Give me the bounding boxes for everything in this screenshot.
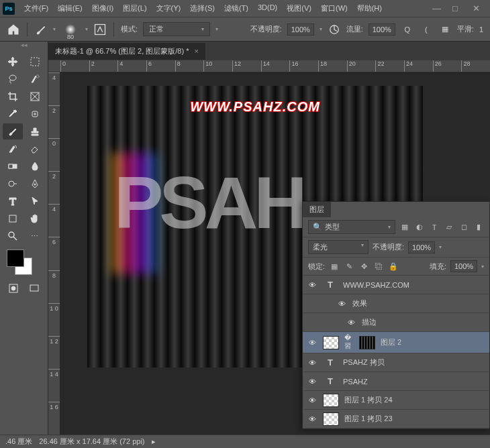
filter-type-icon[interactable]: T <box>429 222 440 233</box>
layer-thumbnail[interactable] <box>323 394 339 407</box>
filter-pixel-icon[interactable]: ▦ <box>399 222 410 233</box>
smoothing-value[interactable]: 1 <box>479 25 483 34</box>
lock-all-icon[interactable]: 🔒 <box>388 261 399 272</box>
status-dimensions[interactable]: 26.46 厘米 x 17.64 厘米 (72 ppi) <box>39 437 144 447</box>
layers-panel[interactable]: 图层 🔍 类型 ▾ ▦ ◐ T ▱ ◻ ▮ 柔光▾ 不透明度: 100% ▾ 锁… <box>302 201 490 429</box>
marquee-tool[interactable] <box>25 54 45 70</box>
brush-tool-icon[interactable] <box>34 23 48 36</box>
menu-type[interactable]: 文字(Y) <box>152 1 185 15</box>
brush-size-dropdown[interactable]: ▾ <box>85 26 88 32</box>
pressure-opacity-icon[interactable] <box>328 23 341 36</box>
airbrush-icon[interactable]: Q <box>401 23 414 36</box>
opacity-dd[interactable]: ▾ <box>439 244 442 250</box>
lock-position-icon[interactable]: ✥ <box>358 261 369 272</box>
layers-panel-tab[interactable]: 图层 <box>303 202 331 217</box>
brush-tool[interactable] <box>3 123 23 139</box>
brush-preview[interactable]: 80 <box>61 20 80 39</box>
layer-thumbnail[interactable] <box>323 336 339 349</box>
filter-shape-icon[interactable]: ▱ <box>444 222 454 233</box>
status-zoom[interactable]: .46 厘米 <box>5 437 32 447</box>
toolbox-collapse[interactable]: ◂◂ <box>0 42 48 51</box>
menu-view[interactable]: 视图(V) <box>283 1 315 15</box>
visibility-toggle[interactable]: 👁 <box>336 300 347 308</box>
quick-select-tool[interactable] <box>25 71 45 87</box>
flow-value[interactable]: 100% <box>369 23 395 36</box>
filter-smart-icon[interactable]: ◻ <box>458 222 469 233</box>
path-select-tool[interactable] <box>25 193 45 209</box>
layer-row-selected[interactable]: 👁 �習 图层 2 <box>303 332 489 353</box>
layer-row[interactable]: 👁 T PSAHZ <box>303 372 489 391</box>
menu-window[interactable]: 窗口(W) <box>317 1 352 15</box>
layer-row[interactable]: 👁 图层 1 拷贝 23 <box>303 410 489 429</box>
foreground-color[interactable] <box>7 249 24 267</box>
eyedropper-tool[interactable] <box>3 106 23 122</box>
menu-image[interactable]: 图像(I) <box>88 1 117 15</box>
crop-tool[interactable] <box>3 89 23 105</box>
layer-row[interactable]: 👁 T PSAHZ 拷贝 <box>303 353 489 372</box>
symmetry-icon[interactable]: ▦ <box>438 23 452 36</box>
layer-row[interactable]: 👁 T WWW.PSAHZ.COM <box>303 276 489 294</box>
mode-dropdown-icon[interactable]: ▾ <box>215 26 218 32</box>
quick-mask-icon[interactable] <box>4 280 23 296</box>
gradient-tool[interactable] <box>3 158 23 174</box>
menu-help[interactable]: 帮助(H) <box>353 1 386 15</box>
visibility-toggle[interactable]: 👁 <box>307 339 317 347</box>
menu-select[interactable]: 选择(S) <box>186 1 219 15</box>
maximize-button[interactable]: □ <box>452 5 460 13</box>
document-tab[interactable]: 未标题-1 @ 66.7% (图层 2, 图层蒙版/8) * × <box>48 43 205 60</box>
opacity-dropdown[interactable]: ▾ <box>320 26 322 32</box>
menu-file[interactable]: 文件(F) <box>20 1 52 15</box>
minimize-button[interactable]: — <box>432 5 440 13</box>
screen-mode-icon[interactable] <box>26 280 44 296</box>
edit-toolbar[interactable]: ⋯ <box>25 228 45 244</box>
fill-value[interactable]: 100% <box>450 260 477 272</box>
tab-close-icon[interactable]: × <box>194 47 198 55</box>
layer-thumbnail[interactable] <box>323 412 339 426</box>
history-brush-tool[interactable] <box>3 141 23 157</box>
blur-tool[interactable] <box>25 158 45 174</box>
layer-row[interactable]: 👁 图层 1 拷贝 24 <box>303 391 489 410</box>
eraser-tool[interactable] <box>25 141 45 157</box>
visibility-toggle[interactable]: 👁 <box>307 378 317 386</box>
zoom-tool[interactable] <box>3 228 23 244</box>
vertical-ruler[interactable]: 42 02 46 81 0 1 21 4 1 6 <box>48 72 60 435</box>
hand-tool[interactable] <box>25 211 45 227</box>
lock-artboard-icon[interactable]: ⿻ <box>373 261 384 272</box>
shape-tool[interactable] <box>3 211 23 227</box>
menu-edit[interactable]: 编辑(E) <box>54 1 87 15</box>
visibility-toggle[interactable]: 👁 <box>307 396 317 404</box>
type-tool[interactable] <box>3 193 23 209</box>
mask-link-icon[interactable]: �習 <box>344 334 354 351</box>
pressure-size-icon[interactable]: ( <box>420 23 433 36</box>
menu-filter[interactable]: 滤镜(T) <box>220 1 252 15</box>
close-button[interactable]: ✕ <box>473 5 481 13</box>
visibility-toggle[interactable]: 👁 <box>346 319 356 327</box>
blend-mode-select[interactable]: 正常▾ <box>143 22 210 36</box>
menu-3d[interactable]: 3D(D) <box>254 1 281 15</box>
mask-thumbnail[interactable] <box>359 336 375 349</box>
fill-dd[interactable]: ▾ <box>481 264 484 270</box>
dodge-tool[interactable] <box>3 176 23 192</box>
horizontal-ruler[interactable]: 02 46 810 1214 1618 2022 2426 28 <box>48 60 490 72</box>
lock-transparency-icon[interactable]: ▦ <box>329 261 340 272</box>
lasso-tool[interactable] <box>3 71 23 87</box>
color-swatches[interactable] <box>0 247 48 278</box>
menu-layer[interactable]: 图层(L) <box>119 1 150 15</box>
healing-tool[interactable] <box>25 106 45 122</box>
layer-effects-row[interactable]: 👁 效果 <box>303 294 489 313</box>
visibility-toggle[interactable]: 👁 <box>307 359 317 367</box>
move-tool[interactable] <box>3 54 23 70</box>
layer-opacity-value[interactable]: 100% <box>408 241 435 254</box>
frame-tool[interactable] <box>25 89 45 105</box>
brush-panel-icon[interactable] <box>93 23 107 36</box>
pen-tool[interactable] <box>25 176 45 192</box>
status-arrow-icon[interactable]: ▸ <box>152 437 156 446</box>
filter-toggle[interactable]: ▮ <box>473 222 484 233</box>
stamp-tool[interactable] <box>25 123 45 139</box>
brush-preset-dropdown[interactable]: ▾ <box>53 26 56 32</box>
home-icon[interactable] <box>7 23 20 36</box>
layer-effect-stroke[interactable]: 👁 描边 <box>303 313 489 332</box>
visibility-toggle[interactable]: 👁 <box>307 281 317 289</box>
filter-adjust-icon[interactable]: ◐ <box>414 222 425 233</box>
visibility-toggle[interactable]: 👁 <box>307 415 317 423</box>
